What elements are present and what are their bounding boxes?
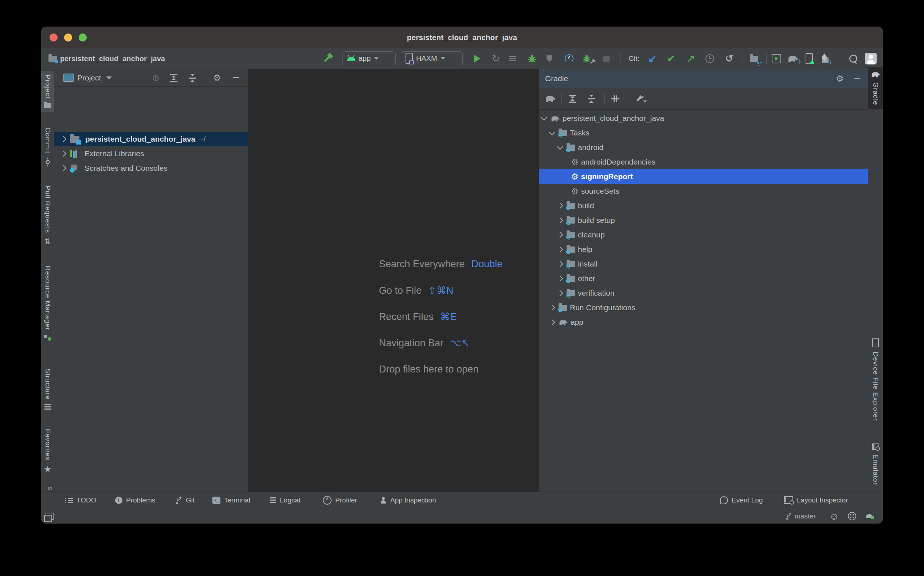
layout-inspector-icon (784, 496, 793, 504)
chevron-down-icon[interactable] (557, 144, 563, 150)
git-branch-widget[interactable]: master (785, 508, 816, 523)
gradle-tree-cleanup[interactable]: ⚙ cleanup (539, 227, 869, 242)
git-commit-button[interactable]: ✔ (667, 48, 675, 69)
app-inspection-icon (380, 497, 387, 504)
search-everywhere-button[interactable] (849, 48, 857, 69)
project-tree-scratches[interactable]: Scratches and Consoles (54, 161, 248, 176)
sidebar-tab-device-file-explorer[interactable]: Device File Explorer (868, 334, 883, 424)
bottom-tab-layout-inspector[interactable]: Layout Inspector (784, 492, 848, 508)
build-button[interactable] (322, 48, 334, 69)
gradle-execute-task-button[interactable] (611, 88, 619, 109)
debug-button[interactable] (527, 48, 537, 69)
hide-panel-icon[interactable] (854, 78, 860, 79)
bottom-tab-todo[interactable]: TODO (65, 492, 96, 508)
gradle-tree-other[interactable]: ⚙ other (539, 271, 869, 286)
apply-changes-restart-button[interactable]: ↻ (492, 48, 500, 69)
bottom-tab-logcat[interactable]: Logcat (270, 492, 301, 508)
bottom-tab-problems[interactable]: ! Problems (115, 492, 155, 508)
project-breadcrumb[interactable]: persistent_cloud_anchor_java (48, 48, 165, 69)
gradle-tree-build[interactable]: ⚙ build (539, 198, 869, 213)
project-panel-title[interactable]: Project (77, 74, 101, 82)
bottom-tab-app-inspection[interactable]: App Inspection (380, 492, 436, 508)
chevron-right-icon[interactable] (557, 218, 563, 224)
gradle-tree-install[interactable]: ⚙ install (539, 257, 869, 271)
gradle-expand-all-button[interactable] (569, 88, 576, 109)
chevron-down-icon[interactable] (541, 115, 547, 121)
gradle-settings-button[interactable] (636, 88, 647, 109)
chevron-right-icon[interactable] (557, 232, 563, 238)
gradle-task-androidDependencies[interactable]: ⚙ androidDependencies (539, 155, 869, 169)
stop-button[interactable] (603, 48, 610, 69)
sidebar-tab-favorites[interactable]: Favorites ★ (41, 425, 54, 477)
device-manager-button[interactable] (805, 48, 813, 69)
gradle-refresh-button[interactable] (545, 88, 556, 109)
gradle-sync-button[interactable]: ↓ (788, 48, 801, 69)
gear-icon[interactable]: ⚙ (213, 74, 221, 82)
shortcut-recent-files: Recent Files ⌘E (379, 310, 457, 323)
chevron-right-icon[interactable] (557, 276, 563, 282)
adb-status-widget[interactable] (866, 508, 873, 523)
sidebar-tab-gradle[interactable]: Gradle (868, 67, 883, 109)
toggle-tool-windows-button[interactable] (45, 508, 54, 523)
bottom-tab-profiler[interactable]: Profiler (323, 492, 357, 508)
gradle-tree-android[interactable]: ⚙ android (539, 140, 869, 155)
sidebar-tab-commit[interactable]: Commit (41, 124, 54, 170)
sidebar-tab-structure[interactable]: Structure (41, 365, 54, 413)
git-rollback-button[interactable]: ↺ (725, 48, 733, 69)
gradle-tree-tasks[interactable]: ⚙ Tasks (539, 126, 869, 140)
apply-code-changes-button[interactable] (509, 48, 517, 69)
sidebar-tab-pull-requests[interactable]: Pull Requests ⇅ (41, 182, 54, 249)
chevron-down-icon[interactable] (549, 129, 555, 136)
bottom-tab-terminal[interactable]: ›_ Terminal (212, 492, 250, 508)
run-configuration-select[interactable]: app (342, 51, 396, 65)
git-update-button[interactable]: ↙ (648, 48, 656, 69)
gradle-tree-build-setup[interactable]: ⚙ build setup (539, 213, 869, 227)
chevron-right-icon[interactable] (557, 290, 563, 296)
gradle-task-sourceSets[interactable]: ⚙ sourceSets (539, 184, 869, 198)
folder-gear-icon: ⚙ (566, 144, 575, 151)
profile-low-overhead-button[interactable]: ↗ (582, 48, 595, 69)
locate-icon[interactable]: ⊕ (152, 73, 160, 82)
hide-panel-icon[interactable] (233, 77, 239, 78)
feedback-negative-button[interactable]: ☹ (847, 508, 857, 523)
chevron-right-icon[interactable] (557, 261, 563, 267)
device-select[interactable]: HAXM (401, 51, 463, 65)
attach-debugger-button[interactable] (547, 48, 552, 69)
sidebar-tab-emulator[interactable]: Emulator (868, 440, 883, 489)
bottom-tab-git[interactable]: Git (175, 492, 194, 508)
profile-avatar[interactable] (865, 48, 877, 69)
sidebar-tab-partial[interactable]: s (41, 485, 54, 491)
sidebar-tab-project[interactable]: Project (41, 71, 54, 112)
chevron-right-icon[interactable] (61, 151, 67, 157)
gradle-tree-root[interactable]: persistent_cloud_anchor_java (539, 111, 869, 126)
chevron-right-icon[interactable] (549, 319, 555, 325)
gradle-tree-app[interactable]: app (539, 315, 869, 330)
chevron-right-icon[interactable] (557, 246, 563, 253)
sdk-manager-button[interactable]: ↓ (822, 48, 832, 69)
expand-all-icon[interactable] (170, 74, 177, 82)
attach-debugger-icon (547, 55, 552, 62)
git-push-button[interactable]: ↗ (687, 48, 695, 69)
chevron-right-icon[interactable] (549, 305, 555, 311)
git-history-button[interactable] (705, 48, 714, 69)
gradle-collapse-all-button[interactable] (588, 88, 595, 109)
chevron-right-icon[interactable] (557, 203, 563, 209)
gradle-tree-verification[interactable]: ⚙ verification (539, 286, 869, 300)
feedback-positive-button[interactable]: ☺ (829, 508, 839, 523)
project-tree-external-libraries[interactable]: External Libraries (54, 146, 248, 161)
gradle-tree-run-configurations[interactable]: ⚙ Run Configurations (539, 300, 869, 315)
gradle-task-signingReport[interactable]: ⚙ signingReport (539, 169, 869, 184)
run-button[interactable] (474, 48, 481, 69)
chevron-down-icon[interactable] (106, 77, 112, 79)
project-tree-root[interactable]: persistent_cloud_anchor_java ~/ (54, 132, 248, 146)
sidebar-tab-resource-manager[interactable]: Resource Manager (41, 262, 54, 344)
chevron-right-icon[interactable] (61, 165, 67, 171)
bottom-tab-event-log[interactable]: Event Log (720, 492, 763, 508)
project-structure-button[interactable] (750, 48, 758, 69)
profile-button[interactable] (565, 48, 573, 69)
chevron-right-icon[interactable] (61, 136, 67, 142)
collapse-all-icon[interactable] (189, 74, 196, 82)
gear-icon[interactable]: ⚙ (836, 74, 844, 83)
gradle-tree-help[interactable]: ⚙ help (539, 242, 869, 257)
run-anything-button[interactable] (772, 48, 781, 69)
